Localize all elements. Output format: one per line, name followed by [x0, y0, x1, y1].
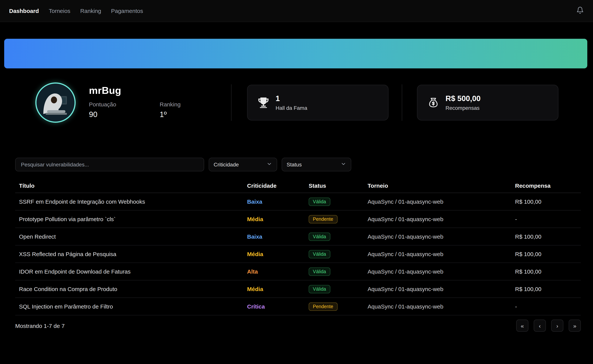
table-row[interactable]: Prototype Pollution via parâmetro `cls`M…: [15, 210, 581, 228]
money-bag-icon: [427, 97, 439, 109]
table-row[interactable]: Race Condition na Compra de ProdutoMédia…: [15, 280, 581, 298]
column-header: Recompensa: [515, 182, 581, 189]
cell-status: Válida: [309, 285, 368, 293]
cell-criticidade: Alta: [247, 268, 309, 275]
stat-value: 90: [89, 110, 160, 119]
cell-recompensa: -: [515, 303, 581, 310]
status-badge: Pendente: [309, 302, 337, 311]
status-badge: Pendente: [309, 215, 337, 223]
cell-status: Válida: [309, 267, 368, 276]
hall-da-fama-card: 1 Hall da Fama: [247, 85, 389, 120]
nav-item-torneios[interactable]: Torneios: [49, 8, 70, 14]
cell-titulo: Prototype Pollution via parâmetro `cls`: [15, 216, 247, 222]
cell-status: Válida: [309, 232, 368, 241]
screen: DashboardTorneiosRankingPagamentos: [0, 0, 593, 364]
cell-status: Válida: [309, 197, 368, 206]
vulnerabilities-table: TítuloCriticidadeStatusTorneioRecompensa…: [15, 179, 581, 315]
nav-item-pagamentos[interactable]: Pagamentos: [111, 8, 143, 14]
cell-torneio: AquaSync / 01-aquasync-web: [368, 233, 515, 240]
column-header: Torneio: [368, 182, 515, 189]
cell-recompensa: R$ 100,00: [515, 251, 581, 257]
cell-titulo: Race Condition na Compra de Produto: [15, 286, 247, 292]
table-row[interactable]: XSS Reflected na Página de PesquisaMédia…: [15, 246, 581, 263]
divider: [231, 84, 231, 121]
cell-recompensa: R$ 100,00: [515, 198, 581, 205]
nav-item-ranking[interactable]: Ranking: [80, 8, 101, 14]
first-page-icon[interactable]: «: [516, 319, 528, 332]
pagination: «‹›»: [516, 319, 581, 332]
trophy-icon: [257, 97, 270, 109]
cell-torneio: AquaSync / 01-aquasync-web: [368, 286, 515, 292]
cell-criticidade: Baixa: [247, 198, 309, 205]
cell-criticidade: Crítica: [247, 303, 309, 310]
nav-item-dashboard[interactable]: Dashboard: [9, 8, 39, 14]
filters-bar: Criticidade Status: [15, 158, 351, 171]
hall-da-fama-value: 1: [276, 94, 307, 103]
criticidade-select[interactable]: Criticidade: [209, 158, 277, 171]
recompensas-label: Recompensas: [446, 105, 481, 111]
dashboard-page: DashboardTorneiosRankingPagamentos: [0, 0, 593, 364]
search-input[interactable]: [15, 158, 204, 171]
stat-label: Ranking: [160, 101, 181, 108]
cell-torneio: AquaSync / 01-aquasync-web: [368, 216, 515, 222]
table-row[interactable]: Open RedirectBaixaVálidaAquaSync / 01-aq…: [15, 228, 581, 246]
divider: [402, 84, 402, 121]
hall-da-fama-label: Hall da Fama: [276, 105, 307, 111]
cell-recompensa: R$ 100,00: [515, 233, 581, 240]
cell-criticidade: Média: [247, 286, 309, 292]
card-text: R$ 500,00 Recompensas: [446, 94, 481, 111]
cell-recompensa: R$ 100,00: [515, 268, 581, 275]
results-count: Mostrando 1-7 de 7: [15, 322, 65, 329]
profile-stats: Pontuação90Ranking1º: [89, 101, 181, 119]
hacker-avatar-image: [37, 84, 74, 122]
card-text: 1 Hall da Fama: [276, 94, 307, 111]
profile-name: mrBug: [89, 85, 121, 97]
cell-torneio: AquaSync / 01-aquasync-web: [368, 268, 515, 275]
cell-criticidade: Média: [247, 251, 309, 257]
next-page-icon[interactable]: ›: [551, 319, 563, 332]
column-header: Status: [309, 182, 368, 189]
table-row[interactable]: SQL Injection em Parâmetro de FiltroCrít…: [15, 298, 581, 315]
bell-icon: [576, 6, 584, 15]
banner: [4, 39, 587, 68]
status-badge: Válida: [309, 285, 330, 293]
vuln-table-header: TítuloCriticidadeStatusTorneioRecompensa: [15, 179, 581, 193]
cell-titulo: SQL Injection em Parâmetro de Filtro: [15, 303, 247, 310]
cell-status: Pendente: [309, 215, 368, 223]
stat-value: 1º: [160, 110, 181, 119]
chevron-down-icon: [266, 161, 272, 168]
cell-recompensa: R$ 100,00: [515, 286, 581, 292]
column-header: Criticidade: [247, 182, 309, 189]
select-label: Status: [287, 162, 302, 168]
table-row[interactable]: SSRF em Endpoint de Integração com Webho…: [15, 193, 581, 210]
recompensas-card: R$ 500,00 Recompensas: [417, 85, 558, 120]
cell-titulo: SSRF em Endpoint de Integração com Webho…: [15, 198, 247, 205]
profile-stat: Pontuação90: [89, 101, 160, 119]
cell-criticidade: Média: [247, 216, 309, 222]
chevron-down-icon: [341, 161, 346, 168]
status-select[interactable]: Status: [282, 158, 351, 171]
last-page-icon[interactable]: »: [569, 319, 581, 332]
top-nav: DashboardTorneiosRankingPagamentos: [0, 0, 593, 22]
prev-page-icon[interactable]: ‹: [534, 319, 546, 332]
cell-torneio: AquaSync / 01-aquasync-web: [368, 251, 515, 257]
column-header: Título: [15, 182, 247, 189]
cell-torneio: AquaSync / 01-aquasync-web: [368, 303, 515, 310]
cell-criticidade: Baixa: [247, 233, 309, 240]
recompensas-value: R$ 500,00: [446, 94, 481, 103]
table-row[interactable]: IDOR em Endpoint de Download de FaturasA…: [15, 263, 581, 280]
status-badge: Válida: [309, 197, 330, 206]
cell-recompensa: -: [515, 216, 581, 222]
cell-titulo: XSS Reflected na Página de Pesquisa: [15, 251, 247, 257]
select-label: Criticidade: [214, 162, 239, 168]
status-badge: Válida: [309, 232, 330, 241]
table-footer: Mostrando 1-7 de 7 «‹›»: [15, 319, 581, 332]
nav-menu: DashboardTorneiosRankingPagamentos: [9, 8, 143, 14]
cell-torneio: AquaSync / 01-aquasync-web: [368, 198, 515, 205]
cell-titulo: Open Redirect: [15, 233, 247, 240]
notifications-button[interactable]: [576, 6, 584, 15]
cell-titulo: IDOR em Endpoint de Download de Faturas: [15, 268, 247, 275]
cell-status: Válida: [309, 250, 368, 258]
avatar: [35, 82, 76, 123]
status-badge: Válida: [309, 267, 330, 276]
